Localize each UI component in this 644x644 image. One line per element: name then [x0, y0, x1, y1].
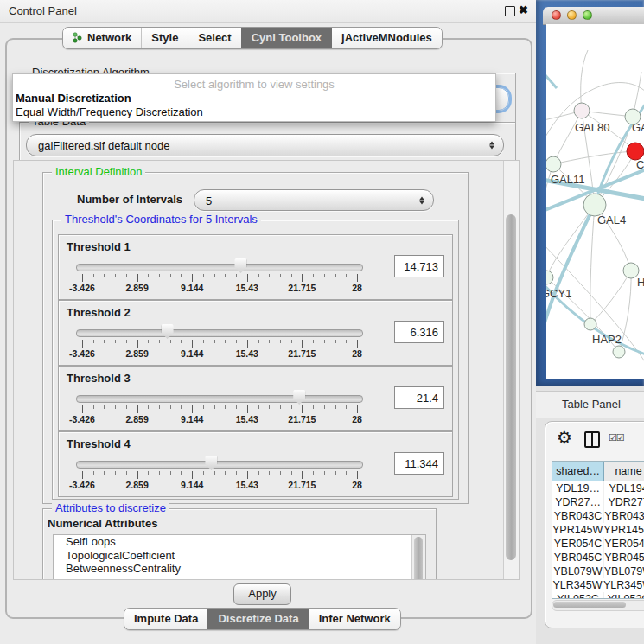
column-layout-icon[interactable] — [584, 431, 600, 448]
node-table[interactable]: shared… name YDL19…YDL194YDR27…YDR277YBR… — [552, 461, 644, 599]
number-of-intervals-combobox[interactable]: 5 — [194, 189, 434, 211]
network-edge[interactable] — [590, 271, 631, 324]
network-window-titlebar[interactable] — [543, 7, 644, 25]
select-columns-icon[interactable]: ☑☑ — [609, 432, 624, 443]
numerical-attributes-list[interactable]: SelfLoopsTopologicalCoefficientBetweenne… — [53, 534, 426, 580]
table-cell[interactable]: YDR27… — [552, 495, 604, 509]
tick-label: -3.426 — [69, 348, 95, 359]
table-row[interactable]: YPR145WYPR145W — [552, 523, 644, 537]
close-window-icon[interactable] — [552, 10, 561, 20]
table-cell[interactable]: YLR345W — [552, 578, 603, 592]
table-row[interactable]: YBL079WYBL079W — [552, 564, 644, 578]
table-panel-header: Table Panel — [536, 391, 644, 418]
table-cell[interactable]: YPR145W — [603, 523, 644, 537]
option-manual-discretization[interactable]: Manual Discretization — [16, 92, 131, 105]
table-horizontal-scrollbar[interactable] — [552, 600, 644, 611]
tick-label: 21.715 — [288, 283, 316, 293]
tab-infer-network[interactable]: Infer Network — [309, 609, 400, 629]
table-row[interactable]: YBR043CYBR043C — [552, 509, 644, 523]
settings-scrollbar-thumb[interactable] — [506, 214, 516, 560]
column-header-shared-name[interactable]: shared… — [552, 462, 604, 481]
table-cell[interactable]: YER054C — [552, 537, 604, 551]
network-node[interactable] — [546, 156, 561, 172]
attributes-list-scrollbar[interactable] — [411, 535, 425, 580]
table-data-selected: galFiltered.sif default node — [38, 139, 169, 152]
network-node[interactable] — [613, 346, 625, 358]
settings-gear-icon[interactable]: ⚙ — [557, 427, 572, 448]
tab-style[interactable]: Style — [141, 28, 188, 48]
tab-impute-data[interactable]: Impute Data — [124, 609, 207, 629]
threshold-value-field[interactable]: 6.316 — [394, 321, 444, 343]
network-node[interactable] — [627, 143, 644, 160]
table-row[interactable]: YBR045CYBR045C — [552, 551, 644, 564]
slider-thumb[interactable] — [162, 324, 174, 339]
network-node-label: GAL80 — [575, 121, 609, 134]
close-icon[interactable]: ✖ — [519, 3, 528, 16]
table-cell[interactable]: YBR045C — [604, 551, 644, 564]
table-scrollbar-thumb[interactable] — [553, 602, 626, 608]
threshold-value-field[interactable]: 14.713 — [394, 255, 444, 277]
slider-thumb[interactable] — [293, 390, 305, 405]
tab-discretize-data[interactable]: Discretize Data — [207, 609, 308, 629]
network-edge[interactable] — [546, 205, 595, 277]
minimize-window-icon[interactable] — [567, 10, 577, 20]
table-cell[interactable]: YBR045C — [552, 551, 604, 564]
tick-label: 9.144 — [181, 480, 203, 490]
slider-thumb[interactable] — [205, 456, 217, 470]
table-cell[interactable]: YDR277 — [604, 495, 644, 509]
table-cell[interactable]: YIL052C — [552, 592, 604, 599]
tab-network-label: Network — [87, 31, 131, 44]
table-cell[interactable]: YDL19… — [552, 481, 604, 495]
threshold-slider: -3.426 2.859 9.144 15.43 21.715 28 — [76, 301, 363, 365]
tab-jactivemnodules[interactable]: jActiveMNodules — [331, 28, 442, 48]
network-node[interactable] — [574, 103, 590, 118]
network-edge-thick[interactable] — [546, 74, 557, 88]
float-window-icon[interactable] — [505, 6, 515, 16]
thresholds-coordinates-section: Threshold's Coordinates for 5 Intervals … — [52, 220, 459, 500]
network-node-label: C — [636, 158, 644, 171]
column-header-name[interactable]: name — [604, 462, 644, 481]
table-cell[interactable]: YER054C — [604, 537, 644, 551]
table-panel-title: Table Panel — [562, 398, 621, 411]
table-cell[interactable]: YBL079W — [604, 564, 644, 578]
threshold-value-field[interactable]: 11.344 — [394, 452, 444, 475]
tab-cyni-toolbox[interactable]: Cyni Toolbox — [241, 28, 331, 48]
threshold-value-field[interactable]: 21.4 — [394, 386, 444, 409]
table-row[interactable]: YER054CYER054C — [552, 537, 644, 551]
attributes-section-title: Attributes to discretize — [52, 502, 169, 514]
network-edge[interactable] — [590, 205, 595, 324]
network-icon — [73, 32, 83, 43]
threshold-slider: -3.426 2.859 9.144 15.43 21.715 28 — [76, 432, 363, 496]
table-cell[interactable]: YIL052C — [604, 592, 644, 599]
table-row[interactable]: YLR345WYLR345W — [552, 578, 644, 592]
network-canvas[interactable]: GAL80GACGAL11GAL4GCY1HHAP2 — [546, 24, 644, 379]
table-header-row: shared… name — [552, 462, 644, 481]
network-node[interactable] — [584, 318, 596, 330]
spinner-arrows-icon — [489, 142, 494, 150]
table-row[interactable]: YIL052CYIL052C — [552, 592, 644, 599]
table-row[interactable]: YDR27…YDR277 — [552, 495, 644, 509]
tab-network[interactable]: Network — [63, 28, 141, 48]
attribute-item[interactable]: SelfLoops — [54, 535, 425, 549]
table-cell[interactable]: YBR043C — [552, 509, 604, 523]
table-cell[interactable]: YLR345W — [603, 578, 644, 592]
network-edge[interactable] — [581, 50, 588, 111]
attribute-item[interactable]: TopologicalCoefficient — [54, 549, 425, 563]
threshold-panel: Threshold 4 -3.426 2.859 9.144 15.43 21.… — [58, 431, 453, 497]
attribute-item[interactable]: BetweennessCentrality — [54, 562, 425, 576]
attributes-list-scrollbar-thumb[interactable] — [414, 537, 423, 580]
tab-select[interactable]: Select — [188, 28, 240, 48]
table-cell[interactable]: YBL079W — [552, 564, 604, 578]
slider-thumb[interactable] — [234, 258, 246, 273]
table-cell[interactable]: YDL194 — [604, 481, 644, 495]
table-cell[interactable]: YPR145W — [552, 523, 603, 537]
apply-button[interactable]: Apply — [233, 583, 291, 605]
table-row[interactable]: YDL19…YDL194 — [552, 481, 644, 495]
table-cell[interactable]: YBR043C — [604, 509, 644, 523]
table-data-combobox[interactable]: galFiltered.sif default node — [26, 134, 504, 156]
settings-vertical-scrollbar[interactable] — [503, 161, 519, 579]
network-edge[interactable] — [553, 151, 635, 164]
option-equal-width-frequency[interactable]: Equal Width/Frequency Discretization — [16, 105, 203, 118]
zoom-window-icon[interactable] — [583, 10, 592, 20]
slider-ticks — [82, 405, 357, 413]
